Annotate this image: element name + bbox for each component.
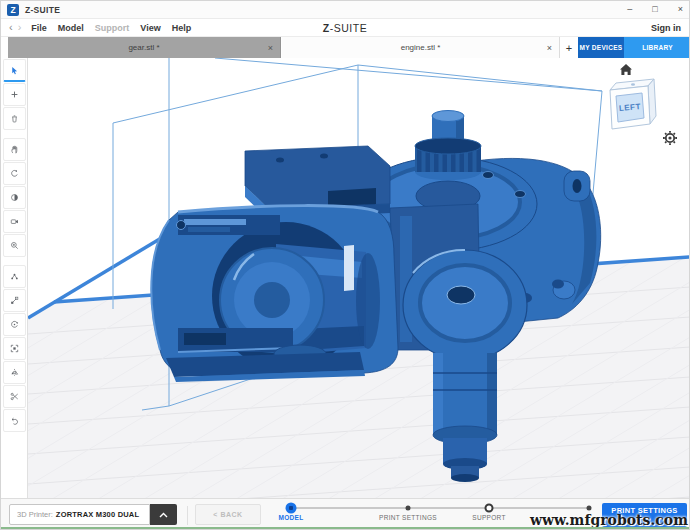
step-label-model: MODEL bbox=[279, 514, 304, 521]
shading-mode[interactable] bbox=[3, 186, 26, 209]
delete-model[interactable] bbox=[3, 107, 26, 130]
step-print-settings-dot[interactable] bbox=[406, 506, 411, 511]
resize-tool[interactable] bbox=[3, 337, 26, 360]
rotate-tool[interactable] bbox=[3, 313, 26, 336]
z-suite-window: Z Z-SUITE – □ × ‹ › FileModelSupportView… bbox=[0, 0, 690, 530]
toolbar-group-gap bbox=[1, 131, 27, 138]
library-button[interactable]: LIBRARY bbox=[624, 37, 690, 58]
maximize-button[interactable]: □ bbox=[652, 5, 657, 14]
menu-item-view[interactable]: View bbox=[140, 23, 160, 33]
scene-canvas[interactable] bbox=[28, 58, 689, 498]
view-cube[interactable]: LEFT bbox=[606, 78, 662, 136]
toolbar bbox=[1, 58, 28, 498]
menubar: ‹ › FileModelSupportViewHelp Z-SUITE Sig… bbox=[1, 19, 689, 37]
my-devices-button[interactable]: MY DEVICES bbox=[578, 37, 624, 58]
tab-close-icon[interactable]: × bbox=[547, 43, 552, 53]
viewport-settings-gear-icon[interactable] bbox=[662, 130, 678, 146]
mirror-tool[interactable] bbox=[3, 361, 26, 384]
step-label-print-settings: PRINT SETTINGS bbox=[379, 514, 437, 521]
printer-label: 3D Printer: bbox=[17, 510, 53, 519]
add-model[interactable] bbox=[3, 83, 26, 106]
bottombar-separator bbox=[187, 506, 188, 525]
camera-view[interactable] bbox=[3, 210, 26, 233]
menubar-app-title-rest: -SUITE bbox=[330, 22, 367, 34]
printer-value: ZORTRAX M300 DUAL bbox=[56, 510, 139, 519]
menu-item-support[interactable]: Support bbox=[95, 23, 130, 33]
nav-back-button[interactable]: ‹ bbox=[9, 22, 13, 33]
back-button[interactable]: < BACK bbox=[195, 504, 261, 525]
window-controls: – □ × bbox=[627, 5, 683, 14]
step-end-dot[interactable] bbox=[587, 506, 592, 511]
tab-gear-stl[interactable]: gear.stl *× bbox=[8, 37, 281, 58]
split-tool[interactable] bbox=[3, 385, 26, 408]
undo-tool[interactable] bbox=[3, 409, 26, 432]
tab-engine-stl[interactable]: engine.stl *× bbox=[282, 37, 560, 58]
chevron-up-icon bbox=[159, 512, 168, 518]
scale-tool[interactable] bbox=[3, 289, 26, 312]
menu-items: FileModelSupportViewHelp bbox=[31, 23, 191, 33]
menu-item-model[interactable]: Model bbox=[58, 23, 84, 33]
menu-item-help[interactable]: Help bbox=[172, 23, 192, 33]
zoom-view[interactable] bbox=[3, 234, 26, 257]
nav-forward-button[interactable]: › bbox=[18, 22, 22, 33]
printer-selector-toggle[interactable] bbox=[150, 504, 177, 525]
toolbar-group-gap bbox=[1, 258, 27, 265]
view-cube-face-label: LEFT bbox=[619, 102, 642, 113]
pan-view[interactable] bbox=[3, 138, 26, 161]
titlebar: Z Z-SUITE – □ × bbox=[1, 1, 689, 19]
close-button[interactable]: × bbox=[678, 5, 683, 14]
new-tab-button[interactable]: + bbox=[560, 37, 578, 58]
main-area: LEFT bbox=[1, 58, 689, 498]
sign-in-button[interactable]: Sign in bbox=[651, 23, 681, 33]
step-model-dot[interactable] bbox=[286, 503, 297, 514]
viewport-3d[interactable]: LEFT bbox=[28, 58, 689, 498]
minimize-button[interactable]: – bbox=[627, 5, 632, 14]
menu-item-file[interactable]: File bbox=[31, 23, 47, 33]
move-tool[interactable] bbox=[3, 265, 26, 288]
tab-row: gear.stl *×engine.stl *× + MY DEVICES LI… bbox=[1, 37, 689, 58]
bottom-accent-line bbox=[1, 527, 689, 529]
tab-label: engine.stl * bbox=[401, 43, 441, 52]
tab-close-icon[interactable]: × bbox=[268, 43, 273, 53]
select-tool[interactable] bbox=[3, 59, 26, 82]
printer-selector[interactable]: 3D Printer: ZORTRAX M300 DUAL bbox=[9, 504, 150, 525]
step-support-dot[interactable] bbox=[485, 504, 494, 513]
tab-label: gear.stl * bbox=[128, 43, 159, 52]
app-logo-icon: Z bbox=[7, 4, 19, 16]
watermark: www.mfgrobots.com bbox=[530, 512, 688, 528]
home-view-icon[interactable] bbox=[618, 62, 634, 78]
menubar-app-title: Z-SUITE bbox=[323, 22, 367, 34]
stepper-line bbox=[291, 507, 589, 509]
menubar-app-title-z: Z bbox=[323, 22, 330, 34]
rotate-view[interactable] bbox=[3, 162, 26, 185]
step-label-support: SUPPORT bbox=[472, 514, 505, 521]
window-title: Z-SUITE bbox=[25, 5, 60, 15]
